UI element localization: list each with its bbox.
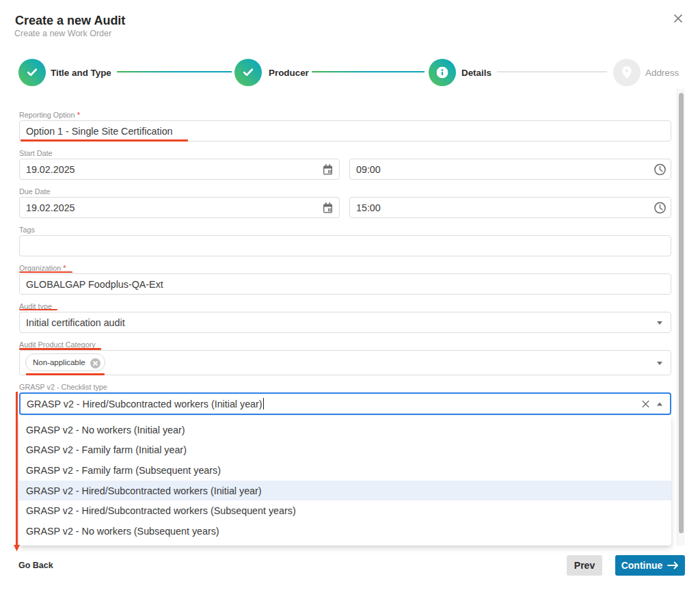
step-title-and-type[interactable] (18, 59, 46, 86)
tags-input[interactable] (19, 235, 671, 256)
annotation-underline-product-category (19, 348, 101, 350)
step-producer[interactable] (234, 59, 262, 86)
chevron-down-icon (657, 321, 662, 325)
audit-type-select[interactable]: Initial certification audit (19, 312, 671, 333)
step-label-details: Details (461, 67, 492, 79)
info-icon (437, 67, 448, 79)
audit-product-category-select[interactable]: Non-applicable (19, 350, 671, 375)
required-asterisk: * (77, 111, 80, 119)
checklist-type-dropdown: GRASP v2 - No workers (Initial year)GRAS… (19, 416, 671, 546)
clear-icon[interactable] (642, 400, 649, 407)
dropdown-option[interactable]: GRASP v2 - Hired/Subcontracted workers (… (19, 500, 671, 521)
calendar-icon[interactable] (323, 163, 333, 175)
step-label-producer: Producer (269, 67, 309, 79)
prev-button[interactable]: Prev (567, 555, 602, 576)
chevron-up-icon[interactable] (657, 402, 662, 405)
product-category-chip: Non-applicable (25, 353, 105, 371)
arrow-right-icon (667, 561, 679, 569)
annotation-underline-chip (26, 373, 105, 375)
start-date-input[interactable]: 19.02.2025 (19, 159, 340, 180)
step-details[interactable] (429, 59, 456, 86)
due-date-label: Due Date (19, 187, 51, 196)
annotation-underline-reporting-option (21, 139, 188, 142)
chevron-down-icon (657, 362, 662, 365)
step-connector (497, 71, 607, 72)
close-icon (673, 13, 684, 24)
close-button[interactable] (673, 13, 684, 24)
grasp-checklist-type-input[interactable]: GRASP v2 - Hired/Subcontracted workers (… (19, 392, 671, 415)
scrollbar-thumb[interactable] (679, 93, 684, 533)
step-label-title-and-type: Title and Type (51, 67, 111, 79)
start-time-input[interactable]: 09:00 (349, 159, 671, 180)
location-pin-icon (622, 66, 632, 79)
check-icon (27, 68, 38, 77)
page-title: Create a new Audit (15, 14, 125, 28)
go-back-link[interactable]: Go Back (18, 561, 53, 570)
calendar-icon[interactable] (323, 202, 333, 213)
continue-button[interactable]: Continue (615, 555, 685, 576)
page-subtitle: Create a new Work Order (14, 29, 111, 38)
due-time-input[interactable]: 15:00 (349, 197, 671, 218)
tags-label: Tags (19, 226, 35, 234)
check-icon (243, 68, 254, 77)
annotation-underline-audit-type (19, 309, 57, 311)
text-cursor (263, 398, 265, 410)
chip-remove-icon[interactable] (90, 358, 100, 368)
continue-label: Continue (621, 560, 663, 571)
dropdown-option[interactable]: GRASP v2 - Family farm (Subsequent years… (19, 460, 671, 481)
step-connector (117, 71, 232, 72)
grasp-checklist-type-label: GRASP v2 - Checklist type (19, 383, 107, 391)
create-audit-modal: Create a new Audit Create a new Work Ord… (0, 0, 700, 590)
step-address[interactable] (613, 59, 641, 86)
clock-icon[interactable] (654, 202, 666, 213)
annotation-arrow-down (12, 392, 22, 552)
due-date-input[interactable]: 19.02.2025 (19, 197, 340, 218)
organization-input[interactable]: GLOBALGAP Foodplus-QA-Ext (19, 273, 671, 295)
annotation-underline-organization (19, 271, 72, 273)
dropdown-option[interactable]: GRASP v2 - Hired/Subcontracted workers (… (19, 481, 671, 501)
step-label-address: Address (645, 67, 679, 79)
start-date-label: Start Date (19, 149, 53, 157)
clock-icon[interactable] (654, 163, 666, 175)
step-connector (312, 71, 425, 72)
dropdown-option[interactable]: GRASP v2 - No workers (Subsequent years) (19, 521, 671, 541)
reporting-option-input[interactable]: Option 1 - Single Site Certification (19, 120, 671, 142)
reporting-option-label: Reporting Option * (19, 111, 80, 119)
dropdown-option[interactable]: GRASP v2 - No workers (Initial year) (19, 420, 671, 440)
dropdown-option[interactable]: GRASP v2 - Family farm (Initial year) (19, 440, 671, 461)
